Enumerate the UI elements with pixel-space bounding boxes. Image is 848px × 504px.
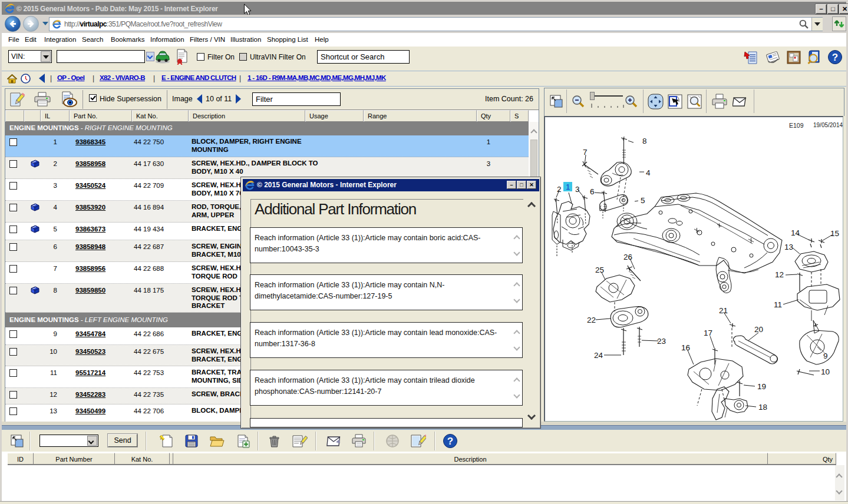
svg-text:1: 1 xyxy=(566,183,570,191)
svg-text:13: 13 xyxy=(784,243,793,251)
svg-text:11: 11 xyxy=(774,300,782,309)
svg-text:25: 25 xyxy=(595,266,604,274)
svg-text:18: 18 xyxy=(758,403,767,412)
svg-text:16: 16 xyxy=(681,343,690,352)
svg-text:?: ? xyxy=(832,52,838,63)
svg-text:22: 22 xyxy=(587,316,596,324)
svg-text:20: 20 xyxy=(754,325,763,334)
svg-text:9: 9 xyxy=(823,352,828,360)
svg-text:15: 15 xyxy=(830,229,839,238)
svg-text:5: 5 xyxy=(641,196,645,205)
svg-text:24: 24 xyxy=(594,351,603,360)
svg-text:23: 23 xyxy=(657,337,666,346)
svg-text:19: 19 xyxy=(757,382,766,391)
svg-text:26: 26 xyxy=(623,253,632,261)
svg-text:21: 21 xyxy=(719,306,728,315)
svg-text:3: 3 xyxy=(575,185,580,194)
svg-text:12: 12 xyxy=(775,270,784,279)
svg-text:?: ? xyxy=(447,436,453,447)
svg-text:7: 7 xyxy=(583,148,588,157)
svg-text:14: 14 xyxy=(791,228,800,237)
svg-text:2: 2 xyxy=(557,185,562,194)
svg-text:10: 10 xyxy=(821,367,830,376)
svg-text:6: 6 xyxy=(590,187,595,196)
svg-text:8: 8 xyxy=(642,137,647,145)
svg-text:17: 17 xyxy=(704,329,712,337)
svg-text:4: 4 xyxy=(646,168,651,177)
